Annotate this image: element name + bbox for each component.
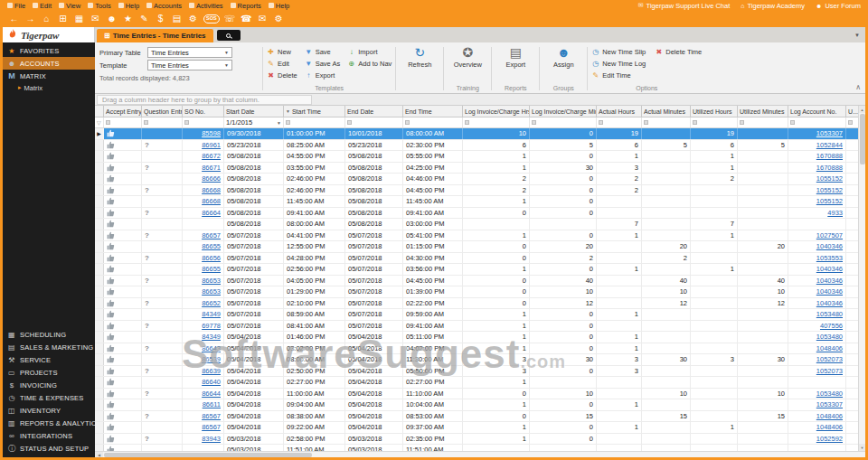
so-number-link[interactable]: 86567	[202, 412, 221, 420]
table-row[interactable]: ?8656705/04/201808:38:00 AM05/04/201808:…	[95, 411, 858, 423]
column-header-end_date[interactable]: End Date	[345, 106, 403, 117]
invoice-icon[interactable]: $	[155, 14, 166, 23]
account-number-link[interactable]: 1040346	[816, 277, 843, 285]
table-row[interactable]: ?8696105/23/201808:25:00 AM05/23/201802:…	[95, 140, 858, 152]
filter-cell-start_date[interactable]: 1/1/2015▼	[224, 117, 284, 127]
ribbon-collapse-icon[interactable]: ∧	[855, 85, 861, 90]
account-number-link[interactable]: 1040346	[816, 299, 843, 307]
settings-icon[interactable]: ⚙	[187, 14, 199, 23]
menu-accounts[interactable]: Accounts	[146, 2, 182, 10]
sidebar-item-accounts[interactable]: ☻ACCOUNTS	[3, 57, 95, 70]
column-header-accept[interactable]: Accept Entry	[104, 106, 142, 117]
column-header-so_no[interactable]: SO No.	[183, 106, 224, 117]
account-number-link[interactable]: 1053307	[816, 129, 843, 137]
thumbs-up-icon[interactable]	[107, 310, 115, 318]
new-time-slip-button[interactable]: ◷New Time Slip	[591, 47, 646, 57]
table-row[interactable]: ?8664305/04/201803:02:00 PM05/04/201804:…	[95, 343, 858, 355]
tab-time-entries[interactable]: ⊞ Time Entries - Time Entries	[97, 29, 213, 42]
so-number-link[interactable]: 85598	[202, 129, 221, 137]
so-number-link[interactable]: 86961	[202, 141, 221, 149]
account-number-link[interactable]: 1048406	[816, 344, 843, 352]
question-icon[interactable]: ?	[145, 435, 149, 443]
table-row[interactable]: 05/08/201808:00:00 AM05/08/201803:00:00 …	[95, 219, 858, 230]
so-number-link[interactable]: 86640	[202, 378, 221, 386]
thumbs-up-icon[interactable]	[107, 129, 115, 137]
filter-cell-question[interactable]	[142, 117, 183, 127]
column-header-utilized_min[interactable]: Utilized Minutes	[738, 106, 788, 117]
question-icon[interactable]: ?	[145, 412, 149, 420]
import-button[interactable]: ↓Import	[347, 47, 392, 57]
edit-icon[interactable]: ✎	[138, 14, 150, 23]
question-icon[interactable]: ?	[145, 254, 149, 262]
so-number-link[interactable]: 86657	[202, 231, 221, 239]
chart-icon[interactable]: ▤	[171, 14, 183, 23]
new-button[interactable]: ✚New	[267, 47, 297, 57]
forward-icon[interactable]: →	[24, 14, 36, 23]
sidebar-item-status-and-setup[interactable]: ⓘSTATUS AND SETUP	[3, 442, 95, 455]
filter-cell-u[interactable]	[846, 117, 858, 127]
link-tigerpaw-academy[interactable]: ⌂Tigerpaw Academy	[741, 2, 805, 10]
sidebar-item-favorites[interactable]: ★FAVORITES	[3, 44, 95, 57]
calendar-icon[interactable]: ▦	[73, 14, 85, 23]
search-button[interactable]	[217, 30, 241, 41]
group-by-bar[interactable]: Drag a column header here to group by th…	[95, 94, 865, 106]
thumbs-up-icon[interactable]	[107, 209, 115, 217]
thumbs-up-icon[interactable]	[107, 322, 115, 330]
menu-tools[interactable]: Tools	[88, 2, 111, 10]
so-number-link[interactable]: 86567	[202, 423, 221, 431]
so-number-link[interactable]: 86539	[202, 355, 221, 363]
message-icon[interactable]: ✉	[257, 14, 269, 23]
thumbs-up-icon[interactable]	[107, 231, 115, 239]
table-row[interactable]: ?8665205/07/201802:10:00 PM05/07/201802:…	[95, 298, 858, 310]
thumbs-up-icon[interactable]	[107, 299, 115, 307]
sos-icon[interactable]: SOS	[203, 14, 220, 24]
save-button[interactable]: ▼Save	[305, 47, 341, 57]
menu-view[interactable]: View	[59, 2, 80, 10]
so-number-link[interactable]: 86655	[202, 242, 221, 250]
assign-button[interactable]: ☻Assign	[553, 44, 574, 69]
column-header-question[interactable]: Question Entry	[142, 106, 183, 117]
filter-cell-end_date[interactable]	[345, 117, 403, 127]
thumbs-up-icon[interactable]	[107, 435, 115, 443]
table-row[interactable]: 8665505/07/201802:56:00 PM05/07/201803:5…	[95, 264, 858, 276]
sidebar-item-scheduling[interactable]: ▦SCHEDULING	[3, 328, 95, 341]
sidebar-item-matrix-child[interactable]: ▸Matrix	[3, 82, 95, 93]
account-number-link[interactable]: 1052073	[816, 367, 843, 375]
so-number-link[interactable]: 86656	[202, 254, 221, 262]
refresh-button[interactable]: ↻Refresh	[408, 44, 431, 69]
column-header-start_date[interactable]: Start Date	[224, 106, 284, 117]
account-number-link[interactable]: 1027507	[816, 231, 843, 239]
account-number-link[interactable]: 1053480	[816, 390, 843, 398]
question-icon[interactable]: ?	[145, 344, 149, 352]
link-user-forum[interactable]: ☻User Forum	[816, 2, 861, 10]
so-number-link[interactable]: 86668	[202, 197, 221, 205]
account-number-link[interactable]: 1048406	[816, 423, 843, 431]
account-number-link[interactable]: 1053553	[816, 254, 843, 262]
account-number-link[interactable]: 1040346	[816, 242, 843, 250]
favorites-icon[interactable]: ★	[122, 14, 134, 23]
table-row[interactable]: 8661105/04/201809:04:00 AM05/04/201810:0…	[95, 399, 858, 411]
thumbs-up-icon[interactable]	[107, 277, 115, 285]
edit-button[interactable]: ✎Edit	[267, 59, 297, 69]
gear-icon[interactable]: ⚙	[273, 14, 285, 23]
thumbs-up-icon[interactable]	[107, 186, 115, 194]
sidebar-item-service[interactable]: ⚒SERVICE	[3, 353, 95, 366]
thumbs-up-icon[interactable]	[107, 423, 115, 431]
thumbs-up-icon[interactable]	[107, 220, 115, 228]
account-number-link[interactable]: 1053480	[816, 310, 843, 318]
save-as-button[interactable]: ▼Save As	[305, 59, 341, 69]
sidebar-item-reports-analytics[interactable]: ▥REPORTS & ANALYTICS	[3, 417, 95, 429]
scroll-up-icon[interactable]: ▲	[859, 106, 865, 113]
account-number-link[interactable]: 1048406	[816, 412, 843, 420]
account-number-link[interactable]: 1055152	[816, 186, 843, 194]
column-header-log_min[interactable]: Log Invoice/Charge Min.	[530, 106, 597, 117]
headset-icon[interactable]: ☏	[224, 14, 236, 23]
table-row[interactable]: ?8665305/07/201804:05:00 PM05/07/201804:…	[95, 276, 858, 287]
sidebar-item-integrations[interactable]: ∞INTEGRATIONS	[3, 429, 95, 442]
filter-cell-log_account_no[interactable]	[788, 117, 846, 127]
so-number-link[interactable]: 86653	[202, 277, 221, 285]
filter-cell-actual_min[interactable]	[642, 117, 691, 127]
export-report-button[interactable]: ▤Export	[505, 44, 525, 69]
question-icon[interactable]: ?	[145, 277, 149, 285]
back-icon[interactable]: ←	[8, 14, 20, 23]
